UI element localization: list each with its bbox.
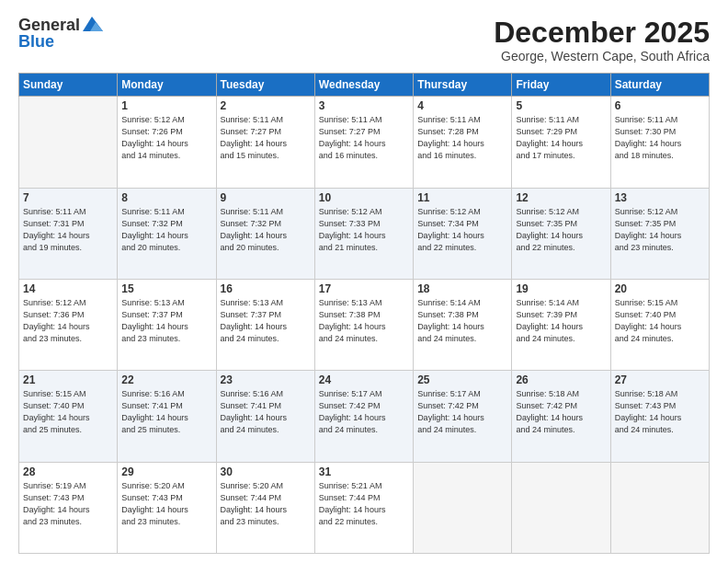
cell-info: Sunrise: 5:11 AMSunset: 7:31 PMDaylight:… bbox=[23, 206, 113, 254]
cell-info: Sunrise: 5:13 AMSunset: 7:37 PMDaylight:… bbox=[121, 297, 211, 345]
cell-info: Sunrise: 5:12 AMSunset: 7:26 PMDaylight:… bbox=[121, 114, 211, 162]
day-number: 18 bbox=[417, 282, 507, 295]
day-number: 30 bbox=[221, 465, 311, 478]
cell-info: Sunrise: 5:15 AMSunset: 7:40 PMDaylight:… bbox=[615, 297, 705, 345]
day-number: 24 bbox=[319, 373, 409, 386]
day-number: 2 bbox=[221, 99, 311, 112]
cell-info: Sunrise: 5:19 AMSunset: 7:43 PMDaylight:… bbox=[23, 480, 113, 528]
table-row: 18Sunrise: 5:14 AMSunset: 7:38 PMDayligh… bbox=[414, 279, 512, 370]
cell-info: Sunrise: 5:11 AMSunset: 7:32 PMDaylight:… bbox=[121, 206, 211, 254]
day-number: 16 bbox=[221, 282, 311, 295]
table-row: 23Sunrise: 5:16 AMSunset: 7:41 PMDayligh… bbox=[216, 371, 314, 462]
cell-info: Sunrise: 5:14 AMSunset: 7:39 PMDaylight:… bbox=[516, 297, 606, 345]
day-number: 3 bbox=[319, 99, 409, 112]
table-row: 11Sunrise: 5:12 AMSunset: 7:34 PMDayligh… bbox=[414, 188, 512, 279]
col-wednesday: Wednesday bbox=[314, 74, 413, 97]
cell-info: Sunrise: 5:13 AMSunset: 7:38 PMDaylight:… bbox=[319, 297, 409, 345]
day-number: 8 bbox=[121, 191, 211, 204]
table-row: 15Sunrise: 5:13 AMSunset: 7:37 PMDayligh… bbox=[118, 279, 216, 370]
table-row bbox=[610, 462, 709, 553]
cell-info: Sunrise: 5:12 AMSunset: 7:35 PMDaylight:… bbox=[615, 206, 705, 254]
table-row: 28Sunrise: 5:19 AMSunset: 7:43 PMDayligh… bbox=[19, 462, 118, 553]
table-row: 4Sunrise: 5:11 AMSunset: 7:28 PMDaylight… bbox=[414, 97, 512, 188]
calendar-week-row: 14Sunrise: 5:12 AMSunset: 7:36 PMDayligh… bbox=[19, 279, 710, 370]
cell-info: Sunrise: 5:12 AMSunset: 7:36 PMDaylight:… bbox=[23, 297, 113, 345]
cell-info: Sunrise: 5:12 AMSunset: 7:35 PMDaylight:… bbox=[516, 206, 606, 254]
day-number: 27 bbox=[615, 373, 705, 386]
table-row: 20Sunrise: 5:15 AMSunset: 7:40 PMDayligh… bbox=[610, 279, 709, 370]
day-number: 14 bbox=[23, 282, 113, 295]
day-number: 17 bbox=[319, 282, 409, 295]
table-row bbox=[19, 97, 118, 188]
day-number: 1 bbox=[121, 99, 211, 112]
day-number: 19 bbox=[516, 282, 606, 295]
cell-info: Sunrise: 5:18 AMSunset: 7:42 PMDaylight:… bbox=[516, 388, 606, 436]
cell-info: Sunrise: 5:11 AMSunset: 7:28 PMDaylight:… bbox=[417, 114, 507, 162]
table-row: 29Sunrise: 5:20 AMSunset: 7:43 PMDayligh… bbox=[118, 462, 216, 553]
day-number: 25 bbox=[417, 373, 507, 386]
calendar-week-row: 1Sunrise: 5:12 AMSunset: 7:26 PMDaylight… bbox=[19, 97, 710, 188]
table-row: 24Sunrise: 5:17 AMSunset: 7:42 PMDayligh… bbox=[314, 371, 413, 462]
day-number: 13 bbox=[615, 191, 705, 204]
table-row: 25Sunrise: 5:17 AMSunset: 7:42 PMDayligh… bbox=[414, 371, 512, 462]
table-row bbox=[512, 462, 610, 553]
table-row: 1Sunrise: 5:12 AMSunset: 7:26 PMDaylight… bbox=[118, 97, 216, 188]
cell-info: Sunrise: 5:21 AMSunset: 7:44 PMDaylight:… bbox=[319, 480, 409, 528]
day-number: 6 bbox=[615, 99, 705, 112]
col-thursday: Thursday bbox=[414, 74, 512, 97]
day-number: 5 bbox=[516, 99, 606, 112]
table-row: 26Sunrise: 5:18 AMSunset: 7:42 PMDayligh… bbox=[512, 371, 610, 462]
page: General Blue December 2025 George, Weste… bbox=[0, 0, 728, 563]
cell-info: Sunrise: 5:17 AMSunset: 7:42 PMDaylight:… bbox=[319, 388, 409, 436]
col-tuesday: Tuesday bbox=[216, 74, 314, 97]
table-row: 17Sunrise: 5:13 AMSunset: 7:38 PMDayligh… bbox=[314, 279, 413, 370]
logo-blue-text: Blue bbox=[18, 33, 54, 50]
col-sunday: Sunday bbox=[19, 74, 118, 97]
table-row: 2Sunrise: 5:11 AMSunset: 7:27 PMDaylight… bbox=[216, 97, 314, 188]
cell-info: Sunrise: 5:11 AMSunset: 7:32 PMDaylight:… bbox=[221, 206, 311, 254]
table-row: 22Sunrise: 5:16 AMSunset: 7:41 PMDayligh… bbox=[118, 371, 216, 462]
col-friday: Friday bbox=[512, 74, 610, 97]
calendar-week-row: 21Sunrise: 5:15 AMSunset: 7:40 PMDayligh… bbox=[19, 371, 710, 462]
day-number: 12 bbox=[516, 191, 606, 204]
day-number: 15 bbox=[121, 282, 211, 295]
cell-info: Sunrise: 5:11 AMSunset: 7:30 PMDaylight:… bbox=[615, 114, 705, 162]
table-row: 5Sunrise: 5:11 AMSunset: 7:29 PMDaylight… bbox=[512, 97, 610, 188]
cell-info: Sunrise: 5:16 AMSunset: 7:41 PMDaylight:… bbox=[221, 388, 311, 436]
cell-info: Sunrise: 5:17 AMSunset: 7:42 PMDaylight:… bbox=[417, 388, 507, 436]
cell-info: Sunrise: 5:13 AMSunset: 7:37 PMDaylight:… bbox=[221, 297, 311, 345]
cell-info: Sunrise: 5:20 AMSunset: 7:43 PMDaylight:… bbox=[121, 480, 211, 528]
cell-info: Sunrise: 5:20 AMSunset: 7:44 PMDaylight:… bbox=[221, 480, 311, 528]
calendar-header-row: Sunday Monday Tuesday Wednesday Thursday… bbox=[19, 74, 710, 97]
table-row: 21Sunrise: 5:15 AMSunset: 7:40 PMDayligh… bbox=[19, 371, 118, 462]
table-row: 31Sunrise: 5:21 AMSunset: 7:44 PMDayligh… bbox=[314, 462, 413, 553]
cell-info: Sunrise: 5:11 AMSunset: 7:27 PMDaylight:… bbox=[221, 114, 311, 162]
col-saturday: Saturday bbox=[610, 74, 709, 97]
calendar-week-row: 28Sunrise: 5:19 AMSunset: 7:43 PMDayligh… bbox=[19, 462, 710, 553]
calendar: Sunday Monday Tuesday Wednesday Thursday… bbox=[18, 73, 710, 554]
table-row: 10Sunrise: 5:12 AMSunset: 7:33 PMDayligh… bbox=[314, 188, 413, 279]
day-number: 4 bbox=[417, 99, 507, 112]
table-row: 19Sunrise: 5:14 AMSunset: 7:39 PMDayligh… bbox=[512, 279, 610, 370]
day-number: 26 bbox=[516, 373, 606, 386]
day-number: 22 bbox=[121, 373, 211, 386]
table-row: 9Sunrise: 5:11 AMSunset: 7:32 PMDaylight… bbox=[216, 188, 314, 279]
day-number: 9 bbox=[221, 191, 311, 204]
day-number: 10 bbox=[319, 191, 409, 204]
table-row: 13Sunrise: 5:12 AMSunset: 7:35 PMDayligh… bbox=[610, 188, 709, 279]
day-number: 29 bbox=[121, 465, 211, 478]
day-number: 21 bbox=[23, 373, 113, 386]
table-row: 12Sunrise: 5:12 AMSunset: 7:35 PMDayligh… bbox=[512, 188, 610, 279]
day-number: 23 bbox=[221, 373, 311, 386]
cell-info: Sunrise: 5:12 AMSunset: 7:34 PMDaylight:… bbox=[417, 206, 507, 254]
cell-info: Sunrise: 5:18 AMSunset: 7:43 PMDaylight:… bbox=[615, 388, 705, 436]
col-monday: Monday bbox=[118, 74, 216, 97]
day-number: 28 bbox=[23, 465, 113, 478]
table-row: 14Sunrise: 5:12 AMSunset: 7:36 PMDayligh… bbox=[19, 279, 118, 370]
calendar-week-row: 7Sunrise: 5:11 AMSunset: 7:31 PMDaylight… bbox=[19, 188, 710, 279]
logo-icon bbox=[83, 17, 103, 31]
cell-info: Sunrise: 5:12 AMSunset: 7:33 PMDaylight:… bbox=[319, 206, 409, 254]
header: General Blue December 2025 George, Weste… bbox=[18, 17, 710, 63]
month-title: December 2025 bbox=[494, 17, 710, 49]
day-number: 11 bbox=[417, 191, 507, 204]
